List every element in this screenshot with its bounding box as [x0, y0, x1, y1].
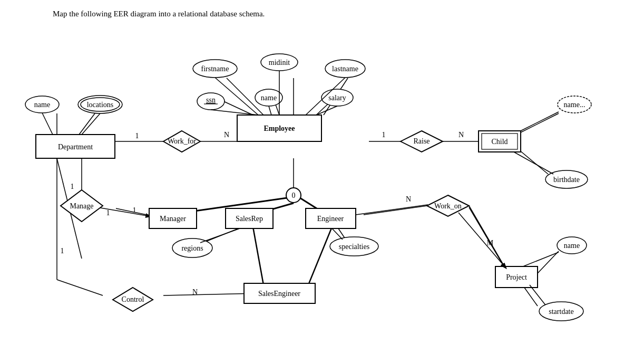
department-label: Department	[58, 143, 93, 151]
svg-text:birthdate: birthdate	[553, 176, 580, 184]
cardinality-control-dept: 1	[61, 247, 64, 255]
svg-text:name: name	[261, 94, 277, 102]
svg-line-19	[308, 227, 332, 285]
svg-text:midinit: midinit	[269, 59, 290, 66]
svg-line-89	[356, 205, 428, 215]
cardinality-control-n: N	[192, 288, 198, 296]
svg-text:name: name	[34, 101, 50, 109]
svg-line-33	[97, 207, 150, 216]
svg-line-76	[211, 110, 258, 115]
cardinality-manage-mgr: 1	[133, 206, 136, 214]
svg-text:Raise: Raise	[413, 137, 430, 145]
svg-text:locations: locations	[87, 101, 114, 109]
svg-text:Work_on: Work_on	[434, 202, 462, 210]
svg-text:Manager: Manager	[160, 215, 186, 223]
page: Map the following EER diagram into a rel…	[0, 0, 644, 363]
svg-line-18	[253, 227, 264, 285]
svg-text:lastname: lastname	[332, 65, 358, 73]
svg-line-20	[364, 206, 427, 215]
svg-text:firstname: firstname	[201, 65, 229, 73]
svg-text:Control: Control	[122, 295, 144, 303]
svg-text:name...: name...	[564, 101, 586, 109]
svg-line-84	[521, 112, 559, 131]
svg-line-88	[458, 213, 506, 268]
cardinality-workon-eng: N	[406, 195, 411, 203]
svg-text:regions: regions	[181, 244, 203, 252]
svg-text:0: 0	[292, 192, 296, 199]
svg-text:Child: Child	[491, 138, 508, 146]
svg-text:specialties: specialties	[339, 243, 369, 251]
svg-text:name: name	[564, 242, 580, 250]
cardinality-workfor-emp: N	[224, 131, 229, 139]
svg-text:startdate: startdate	[549, 308, 573, 316]
cardinality-manage-bottom: 1	[106, 209, 110, 217]
cardinality-raise-child: N	[458, 131, 464, 139]
svg-line-83	[82, 113, 100, 135]
svg-line-9	[79, 113, 95, 135]
svg-line-82	[42, 113, 53, 135]
svg-line-21	[469, 206, 506, 269]
svg-line-27	[516, 113, 559, 135]
svg-text:SalesRep: SalesRep	[236, 215, 263, 223]
svg-line-22	[469, 207, 505, 268]
svg-text:SalesEngineer: SalesEngineer	[258, 290, 300, 298]
svg-text:Work_for: Work_for	[168, 137, 196, 145]
svg-text:ssn: ssn	[206, 96, 216, 104]
svg-line-90	[200, 228, 240, 243]
svg-text:salary: salary	[328, 94, 346, 102]
cardinality-workon-proj: M	[487, 239, 494, 247]
svg-line-85	[514, 152, 553, 174]
svg-line-91	[332, 228, 343, 240]
svg-line-78	[316, 106, 337, 115]
cardinality-workfor-dept: 1	[135, 132, 139, 140]
employee-label: Employee	[264, 125, 295, 132]
svg-text:Engineer: Engineer	[317, 215, 344, 223]
svg-text:Project: Project	[506, 273, 527, 281]
svg-line-77	[269, 106, 271, 115]
svg-text:Manage: Manage	[70, 202, 93, 210]
svg-line-31	[57, 280, 103, 295]
cardinality-manage-top: 1	[71, 183, 74, 190]
cardinality-raise-emp: 1	[382, 131, 386, 139]
svg-line-86	[538, 251, 559, 273]
